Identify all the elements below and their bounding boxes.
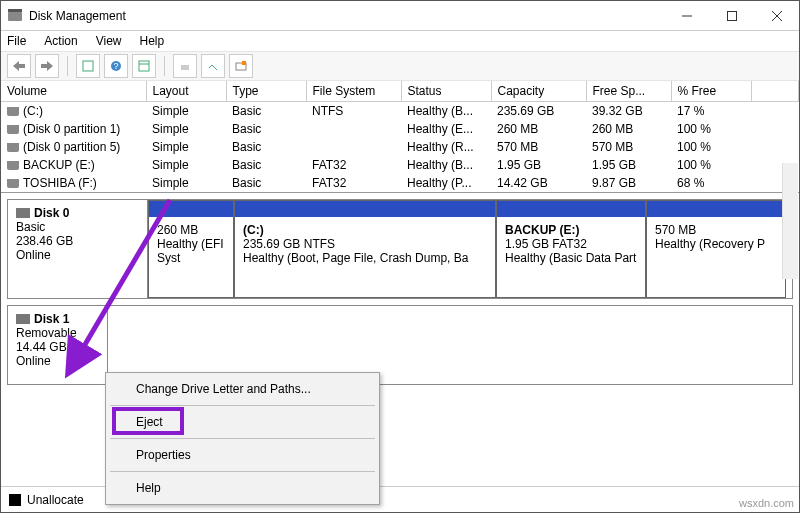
back-button[interactable]	[7, 54, 31, 78]
unallocated-swatch	[9, 494, 21, 506]
disk-icon	[16, 208, 30, 218]
svg-rect-8	[83, 61, 93, 71]
titlebar: Disk Management	[1, 1, 799, 31]
disk-0-status: Online	[16, 248, 139, 262]
volume-icon	[7, 143, 19, 152]
col-layout[interactable]: Layout	[146, 81, 226, 102]
disk-1-type: Removable	[16, 326, 99, 340]
menu-separator	[110, 471, 375, 472]
svg-rect-1	[8, 9, 22, 12]
col-type[interactable]: Type	[226, 81, 306, 102]
svg-marker-6	[13, 61, 25, 71]
col-status[interactable]: Status	[401, 81, 491, 102]
table-row[interactable]: (Disk 0 partition 1)SimpleBasicHealthy (…	[1, 120, 799, 138]
menu-separator	[110, 438, 375, 439]
menu-change-drive-letter[interactable]: Change Drive Letter and Paths...	[108, 376, 377, 402]
close-button[interactable]	[754, 1, 799, 31]
legend-unallocated: Unallocate	[27, 493, 84, 507]
menubar: File Action View Help	[1, 31, 799, 51]
maximize-button[interactable]	[709, 1, 754, 31]
menu-view[interactable]: View	[96, 34, 122, 48]
menu-help[interactable]: Help	[108, 475, 377, 501]
col-free[interactable]: Free Sp...	[586, 81, 671, 102]
volume-icon	[7, 179, 19, 188]
menu-action[interactable]: Action	[44, 34, 77, 48]
menu-help[interactable]: Help	[140, 34, 165, 48]
volume-icon	[7, 107, 19, 116]
volume-icon	[7, 125, 19, 134]
toolbar-separator	[164, 56, 165, 76]
table-row[interactable]: TOSHIBA (F:)SimpleBasicFAT32Healthy (P..…	[1, 174, 799, 192]
toolbar-btn-1[interactable]	[76, 54, 100, 78]
table-row[interactable]: (C:)SimpleBasicNTFSHealthy (B...235.69 G…	[1, 102, 799, 121]
col-filesystem[interactable]: File System	[306, 81, 401, 102]
context-menu: Change Drive Letter and Paths... Eject P…	[105, 372, 380, 505]
disk-1-status: Online	[16, 354, 99, 368]
disk-icon	[16, 314, 30, 324]
menu-eject[interactable]: Eject	[108, 409, 377, 435]
vertical-scrollbar[interactable]	[782, 163, 798, 279]
partition[interactable]: 260 MBHealthy (EFI Syst	[148, 200, 234, 298]
disk-1-size: 14.44 GB	[16, 340, 99, 354]
toolbar: ?	[1, 51, 799, 81]
disk-0-row[interactable]: Disk 0 Basic 238.46 GB Online 260 MBHeal…	[7, 199, 793, 299]
svg-rect-0	[8, 12, 22, 21]
partition[interactable]: (C:)235.69 GB NTFSHealthy (Boot, Page Fi…	[234, 200, 496, 298]
svg-rect-13	[181, 65, 189, 70]
svg-rect-3	[727, 11, 736, 20]
partition[interactable]: 570 MBHealthy (Recovery P	[646, 200, 786, 298]
minimize-button[interactable]	[664, 1, 709, 31]
volume-table: Volume Layout Type File System Status Ca…	[1, 81, 799, 193]
col-pctfree[interactable]: % Free	[671, 81, 751, 102]
forward-button[interactable]	[35, 54, 59, 78]
col-capacity[interactable]: Capacity	[491, 81, 586, 102]
disk-0-type: Basic	[16, 220, 139, 234]
svg-marker-7	[41, 61, 53, 71]
menu-file[interactable]: File	[7, 34, 26, 48]
disk-0-size: 238.46 GB	[16, 234, 139, 248]
svg-text:?: ?	[113, 61, 118, 71]
svg-rect-11	[139, 61, 149, 71]
help-button[interactable]: ?	[104, 54, 128, 78]
disk-1-label: Disk 1	[34, 312, 69, 326]
app-icon	[7, 8, 23, 24]
table-row[interactable]: BACKUP (E:)SimpleBasicFAT32Healthy (B...…	[1, 156, 799, 174]
toolbar-btn-4[interactable]	[173, 54, 197, 78]
partition[interactable]: BACKUP (E:)1.95 GB FAT32Healthy (Basic D…	[496, 200, 646, 298]
watermark: wsxdn.com	[739, 497, 794, 509]
disk-0-label: Disk 0	[34, 206, 69, 220]
window-title: Disk Management	[29, 9, 664, 23]
table-row[interactable]: (Disk 0 partition 5)SimpleBasicHealthy (…	[1, 138, 799, 156]
toolbar-btn-6[interactable]	[229, 54, 253, 78]
volume-icon	[7, 161, 19, 170]
svg-rect-15	[242, 61, 246, 65]
table-header-row: Volume Layout Type File System Status Ca…	[1, 81, 799, 102]
col-volume[interactable]: Volume	[1, 81, 146, 102]
toolbar-btn-5[interactable]	[201, 54, 225, 78]
toolbar-btn-3[interactable]	[132, 54, 156, 78]
menu-separator	[110, 405, 375, 406]
menu-properties[interactable]: Properties	[108, 442, 377, 468]
toolbar-separator	[67, 56, 68, 76]
